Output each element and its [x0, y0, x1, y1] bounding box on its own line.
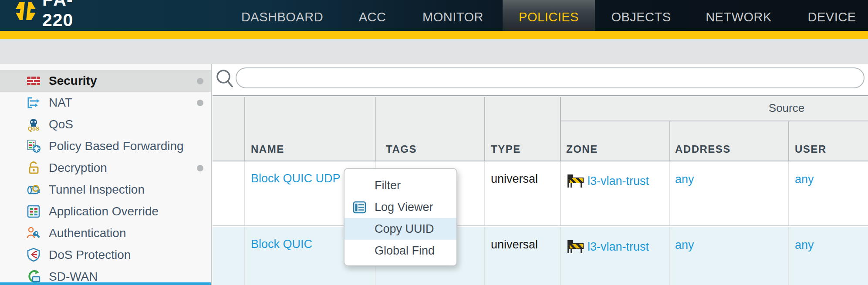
nav-tab-network[interactable]: NETWORK [701, 0, 776, 31]
status-dot [197, 100, 203, 106]
menu-item-label: Log Viewer [375, 201, 433, 214]
security-icon [26, 74, 41, 88]
sidebar-item-authentication[interactable]: Authentication [0, 222, 211, 244]
sidebar-item-policy-based-forwarding[interactable]: Policy Based Forwarding [0, 135, 211, 157]
sd-wan-icon [26, 269, 41, 284]
table-header: Source NAME TAGS TYPE ZONE ADDRESS USER [213, 95, 868, 161]
column-header-address[interactable]: ADDRESS [675, 143, 731, 155]
sidebar-item-label: QoS [49, 114, 73, 135]
column-header-name[interactable]: NAME [251, 143, 284, 155]
rule-type-value: universal [491, 173, 538, 185]
sidebar-item-label: Application Override [49, 201, 159, 222]
sidebar-item-label: Policy Based Forwarding [49, 135, 184, 157]
column-header-user[interactable]: USER [795, 143, 827, 155]
context-menu-item-filter[interactable]: Filter [344, 174, 456, 196]
nav-tab-objects[interactable]: OBJECTS [606, 0, 676, 31]
source-user-link[interactable]: any [795, 239, 814, 251]
log-viewer-icon [353, 201, 366, 214]
device-model-title: PA-220 [42, 0, 73, 20]
source-zone-link[interactable]: l3-vlan-trust [588, 241, 649, 253]
authentication-icon [26, 226, 41, 241]
table-row-selected[interactable]: Block QUIC universal l3-vlan-trust any a… [213, 227, 868, 285]
rule-name-link[interactable]: Block QUIC UDP [251, 172, 341, 184]
decryption-icon [26, 161, 41, 175]
source-zone-link[interactable]: l3-vlan-trust [588, 175, 649, 187]
sidebar-item-label: Authentication [49, 222, 126, 244]
sidebar-scroll-indicator[interactable] [0, 282, 211, 285]
nav-tab-dashboard[interactable]: DASHBOARD [230, 0, 334, 31]
column-header-tags[interactable]: TAGS [386, 143, 417, 155]
rule-type-value: universal [491, 238, 538, 251]
context-menu-item-copy-uuid[interactable]: Copy UUID [344, 218, 456, 240]
sidebar-item-application-override[interactable]: Application Override [0, 201, 211, 222]
palo-alto-logo-icon [14, 1, 37, 20]
menu-item-label: Filter [375, 179, 401, 192]
nat-icon [26, 95, 41, 110]
sidebar-item-security[interactable]: Security [0, 70, 211, 92]
policy-based-forwarding-icon [26, 139, 41, 154]
sidebar-item-label: NAT [49, 92, 72, 114]
column-header-type[interactable]: TYPE [491, 143, 521, 155]
nav-tab-device[interactable]: DEVICE [799, 0, 865, 31]
qos-icon: QoS [26, 117, 41, 132]
column-group-source: Source [752, 101, 821, 115]
search-icon [215, 68, 234, 89]
zone-icon [567, 240, 584, 253]
source-address-link[interactable]: any [675, 239, 694, 251]
context-menu: Filter Log Viewer Copy UUID Global Find [344, 168, 457, 266]
menu-item-label: Global Find [375, 244, 435, 258]
page-background-band [0, 39, 868, 64]
context-menu-item-log-viewer[interactable]: Log Viewer [344, 196, 456, 218]
sidebar-item-nat[interactable]: NAT [0, 92, 211, 114]
context-menu-item-global-find[interactable]: Global Find [344, 240, 456, 262]
sidebar-item-label: Security [49, 70, 97, 92]
top-navigation-bar: PA-220 DASHBOARD ACC MONITOR POLICIES OB… [0, 0, 868, 31]
application-override-icon [26, 204, 41, 219]
status-dot [197, 78, 203, 84]
nav-tab-monitor[interactable]: MONITOR [414, 0, 492, 31]
nav-tab-acc[interactable]: ACC [346, 0, 399, 31]
sidebar-item-label: Decryption [49, 157, 107, 179]
column-header-zone[interactable]: ZONE [566, 143, 598, 155]
sidebar-item-tunnel-inspection[interactable]: Tunnel Inspection [0, 179, 211, 201]
yellow-accent-bar [0, 31, 868, 39]
rule-name-link[interactable]: Block QUIC [251, 238, 312, 250]
sidebar-item-dos-protection[interactable]: DoS Protection [0, 244, 211, 266]
status-dot [197, 165, 203, 171]
sidebar-item-decryption[interactable]: Decryption [0, 157, 211, 179]
sidebar-item-label: Tunnel Inspection [49, 179, 145, 201]
search-input[interactable] [236, 67, 865, 88]
table-row[interactable]: Block QUIC UDP universal l3-vlan-trust a… [213, 161, 868, 226]
policies-sidebar: Security NAT QoS QoS [0, 64, 212, 285]
svg-text:QoS: QoS [28, 125, 40, 132]
menu-item-label: Copy UUID [375, 222, 434, 236]
rulebase-search-row [213, 64, 868, 95]
sidebar-item-label: DoS Protection [49, 244, 131, 266]
dos-protection-icon [26, 248, 41, 262]
source-group-divider [560, 121, 868, 121]
zone-icon [567, 174, 584, 188]
source-address-link[interactable]: any [675, 173, 694, 185]
source-user-link[interactable]: any [795, 173, 814, 185]
tunnel-inspection-icon [26, 182, 41, 197]
sidebar-item-qos[interactable]: QoS QoS [0, 114, 211, 135]
policies-main-panel: Source NAME TAGS TYPE ZONE ADDRESS USER … [213, 64, 868, 285]
nav-tab-policies-active[interactable]: POLICIES [503, 0, 595, 31]
